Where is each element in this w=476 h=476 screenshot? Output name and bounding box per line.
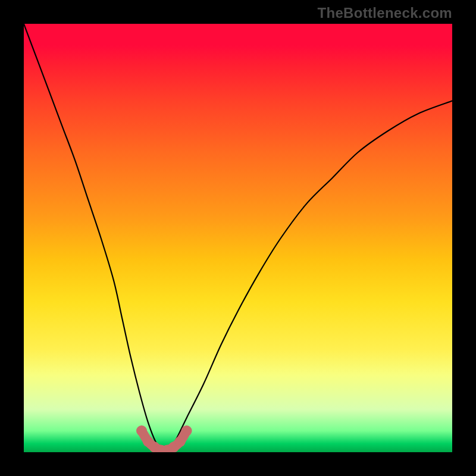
optimal-range-markers [136, 425, 192, 452]
attribution-label: TheBottleneck.com [318, 5, 452, 21]
optimal-marker [181, 425, 192, 436]
optimal-marker [175, 436, 186, 447]
bottleneck-curve [24, 24, 452, 452]
chart-frame: TheBottleneck.com [0, 0, 476, 476]
optimal-marker [136, 425, 147, 436]
plot-svg [24, 24, 452, 452]
